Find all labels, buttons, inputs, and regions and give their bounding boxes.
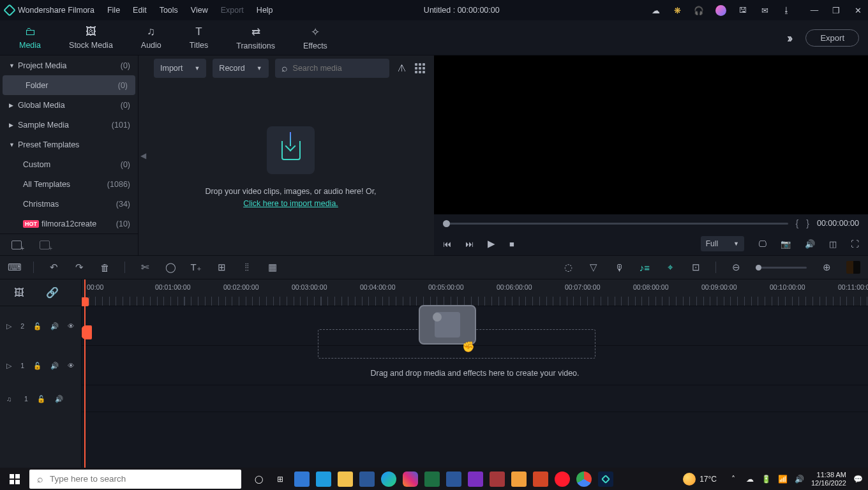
instagram-icon[interactable] (400, 468, 421, 490)
mark-in-icon[interactable]: { (796, 218, 799, 228)
wifi-tray-icon[interactable]: 📶 (778, 475, 788, 484)
import-dropdown[interactable]: Import▼ (154, 59, 206, 78)
link-tracks-icon[interactable]: 🔗 (46, 286, 59, 299)
sidebar-item[interactable]: ▶Global Media(0) (0, 95, 138, 115)
playhead-handle[interactable] (82, 325, 92, 339)
taskbar-clock[interactable]: 11:38 AM 12/16/2022 (811, 471, 846, 487)
lock-icon[interactable]: 🔓 (33, 362, 41, 370)
app-icon[interactable] (291, 468, 313, 490)
mute-icon[interactable]: 🔊 (50, 322, 59, 330)
opera-icon[interactable] (551, 468, 573, 490)
taskbar-search[interactable]: ⌕ (29, 470, 241, 489)
mute-icon[interactable]: 🔊 (55, 395, 64, 403)
taskbar-search-input[interactable] (50, 474, 234, 484)
zoom-slider[interactable] (756, 267, 807, 269)
magnetic-icon[interactable]: ⌖ (664, 262, 676, 273)
tray-chevron-icon[interactable]: ˄ (728, 475, 738, 484)
battery-tray-icon[interactable]: 🔋 (761, 475, 772, 484)
download-icon[interactable]: ⭳ (781, 5, 791, 15)
chrome-icon[interactable] (573, 468, 595, 490)
mail-icon[interactable]: ✉ (760, 5, 770, 15)
outlook-icon[interactable] (508, 468, 530, 490)
track-style-icon[interactable] (846, 261, 860, 274)
explorer-icon[interactable] (334, 468, 356, 490)
display-icon[interactable]: 🖵 (758, 239, 767, 249)
lock-icon[interactable]: 🔓 (37, 395, 46, 403)
play-icon[interactable]: ▶ (488, 238, 495, 249)
undo-icon[interactable]: ↶ (48, 262, 59, 273)
tab-stock-media[interactable]: 🖼Stock Media (55, 26, 127, 50)
cortana-icon[interactable]: ◯ (248, 468, 269, 490)
tab-titles[interactable]: TTitles (176, 26, 222, 50)
sidebar-item[interactable]: Folder(0) (3, 75, 135, 95)
speed-icon[interactable]: ⦙⦙ (241, 262, 253, 273)
track-header[interactable]: ♫1🔓🔊 (0, 385, 81, 412)
stop-icon[interactable]: ■ (509, 239, 514, 249)
new-bin-icon[interactable] (40, 241, 50, 249)
notifications-icon[interactable]: 💬 (853, 475, 863, 484)
volume-icon[interactable]: 🔊 (805, 239, 815, 249)
sidebar-item[interactable]: ▼Project Media(0) (0, 56, 138, 75)
track-manager-icon[interactable]: 🖽 (14, 287, 24, 299)
export-button[interactable]: Export (805, 29, 859, 47)
filmora-taskbar-icon[interactable] (595, 468, 617, 490)
marker-icon[interactable]: ▽ (588, 262, 599, 273)
store-icon[interactable] (356, 468, 378, 490)
record-dropdown[interactable]: Record▼ (213, 59, 268, 78)
track-header[interactable]: ▷1🔓🔊👁 (0, 346, 81, 385)
tab-transitions[interactable]: ⇄Transitions (222, 26, 289, 50)
menu-tools[interactable]: Tools (160, 6, 178, 15)
collapse-sidebar-icon[interactable]: ◀ (138, 56, 147, 255)
sidebar-item[interactable]: ▼Preset Templates (0, 135, 138, 154)
compare-icon[interactable]: ◫ (829, 239, 837, 249)
sidebar-item[interactable]: Christmas(34) (0, 194, 138, 214)
track-header[interactable]: ▷2🔓🔊👁 (0, 306, 81, 346)
snapshot-icon[interactable]: 📷 (781, 239, 791, 249)
edge-icon[interactable] (378, 468, 400, 490)
idea-icon[interactable]: ❋ (672, 5, 682, 15)
track-lane[interactable] (82, 385, 868, 412)
playhead[interactable] (84, 279, 86, 468)
split-icon[interactable]: ✄ (139, 262, 151, 273)
quality-dropdown[interactable]: Full▼ (701, 236, 744, 251)
taskview-icon[interactable]: ⊞ (269, 468, 291, 490)
more-tabs-icon[interactable]: ›› (787, 31, 790, 45)
timeline-ruler[interactable]: 00:0000:01:00:0000:02:00:0000:03:00:0000… (82, 279, 868, 306)
text-tool-icon[interactable]: T₊ (190, 262, 202, 273)
auto-ripple-icon[interactable]: ⊡ (690, 262, 701, 273)
volume-tray-icon[interactable]: 🔊 (795, 475, 805, 484)
excel-icon[interactable] (421, 468, 443, 490)
lock-icon[interactable]: 🔓 (33, 322, 41, 330)
new-folder-icon[interactable] (11, 241, 22, 249)
powerpoint-icon[interactable] (530, 468, 551, 490)
zoom-in-icon[interactable]: ⊕ (821, 262, 832, 273)
filter-icon[interactable]: ⩚ (396, 63, 408, 74)
search-input[interactable] (293, 64, 383, 73)
access-icon[interactable] (486, 468, 508, 490)
prev-frame-icon[interactable]: ⏮ (443, 239, 451, 249)
scrubber[interactable] (443, 223, 788, 225)
mute-icon[interactable]: 🔊 (50, 362, 59, 370)
menu-view[interactable]: View (191, 6, 208, 15)
cloud-icon[interactable]: ☁ (650, 5, 661, 15)
sidebar-item[interactable]: All Templates(1086) (0, 174, 138, 194)
menu-edit[interactable]: Edit (133, 6, 147, 15)
onedrive-tray-icon[interactable]: ☁ (745, 475, 755, 484)
keyboard-icon[interactable]: ⌨ (8, 262, 19, 273)
mark-out-icon[interactable]: } (806, 218, 809, 228)
sidebar-item[interactable]: ▶Sample Media(101) (0, 115, 138, 135)
color-icon[interactable]: ▦ (267, 262, 278, 273)
audio-mixer-icon[interactable]: ♪≡ (639, 262, 650, 273)
media-search[interactable]: ⌕ (275, 59, 389, 78)
import-dropzone-icon[interactable] (267, 126, 315, 174)
onenote-icon[interactable] (465, 468, 486, 490)
crop-icon[interactable]: ◯ (165, 262, 176, 273)
tab-media[interactable]: 🗀Media (5, 26, 55, 50)
grid-view-icon[interactable] (415, 63, 428, 73)
mail-app-icon[interactable] (313, 468, 334, 490)
adjust-icon[interactable]: ⊞ (216, 262, 227, 273)
sidebar-item[interactable]: HOTfilmora12create(10) (0, 214, 138, 234)
delete-icon[interactable]: 🗑 (99, 262, 110, 273)
save-icon[interactable]: 🖫 (738, 5, 748, 15)
zoom-out-icon[interactable]: ⊖ (730, 262, 742, 273)
